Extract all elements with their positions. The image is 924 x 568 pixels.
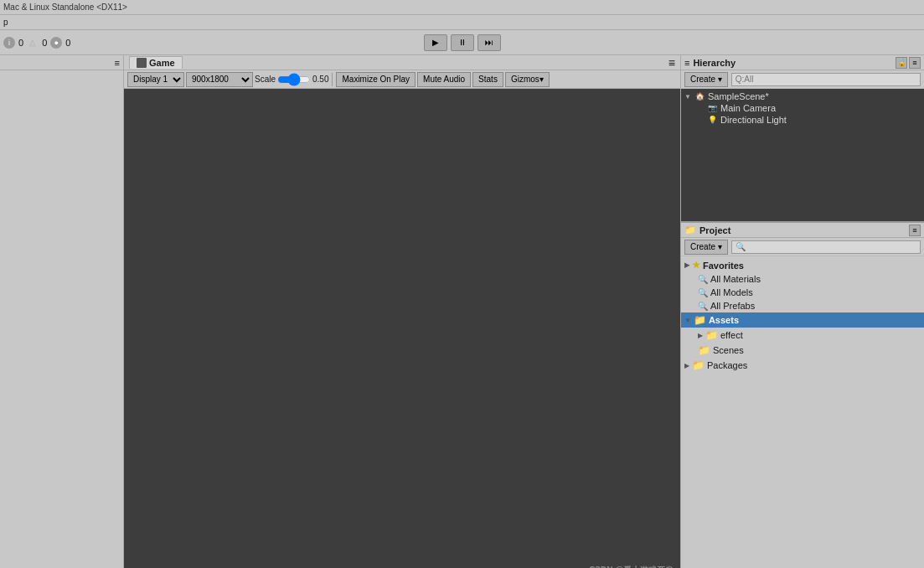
all-prefabs-icon: 🔍 [698, 302, 708, 311]
hierarchy-panel: ≡ Hierarchy 🔒 ≡ Create ▾ ▼ 🏠 [681, 55, 924, 223]
project-favorites-item[interactable]: ▶ ★ Favorites [681, 258, 924, 272]
favorites-label: Favorites [703, 261, 744, 271]
info-count: 0 [18, 38, 23, 48]
step-button[interactable]: ⏭ [477, 34, 501, 51]
hierarchy-create-button[interactable]: Create ▾ [684, 72, 728, 87]
right-panels: ≡ Hierarchy 🔒 ≡ Create ▾ ▼ 🏠 [681, 55, 924, 568]
project-all-models-item[interactable]: 🔍 All Models [681, 286, 924, 299]
pause-button[interactable]: ⏸ [451, 34, 474, 51]
scale-control: Scale 0.50 [255, 73, 328, 86]
assets-arrow-icon: ▼ [684, 317, 691, 324]
watermark: CSDN @爱上游戏开发 [589, 565, 674, 568]
resolution-dropdown[interactable]: 900x1800 [186, 72, 253, 87]
platform-text: Mac & Linux Standalone <DX11> [3, 3, 127, 12]
game-panel-header: Game ≡ [124, 55, 680, 70]
project-create-arrow: ▾ [718, 242, 722, 251]
project-menu-button[interactable]: ≡ [909, 225, 921, 236]
project-all-prefabs-item[interactable]: 🔍 All Prefabs [681, 299, 924, 312]
err-icon: ● [50, 37, 62, 49]
maximize-label: Maximize On Play [342, 75, 410, 84]
hierarchy-header: ≡ Hierarchy 🔒 ≡ [681, 55, 924, 70]
stats-button[interactable]: Stats [472, 72, 503, 87]
hierarchy-icon: ≡ [684, 58, 689, 68]
project-create-button[interactable]: Create ▾ [684, 240, 728, 255]
toolbar-separator [332, 73, 333, 86]
game-panel-menu[interactable]: ≡ [668, 57, 675, 69]
scale-label: Scale [255, 75, 276, 84]
scenes-folder-icon: 📁 [698, 344, 710, 356]
scene-icon: 🏠 [695, 92, 705, 101]
play-controls: ▶ ⏸ ⏭ [424, 34, 501, 51]
hierarchy-menu-button[interactable]: ≡ [909, 57, 921, 69]
light-label: Directional Light [720, 115, 787, 125]
project-scenes-item[interactable]: 📁 Scenes [681, 343, 924, 358]
game-tab[interactable]: Game [129, 56, 183, 69]
display-dropdown[interactable]: Display 1 [127, 72, 184, 87]
project-all-materials-item[interactable]: 🔍 All Materials [681, 272, 924, 286]
hierarchy-create-label: Create [690, 75, 715, 84]
mute-audio-button[interactable]: Mute Audio [417, 72, 471, 87]
p-label: p [3, 18, 8, 27]
stats-label: Stats [478, 75, 498, 84]
maximize-on-play-button[interactable]: Maximize On Play [336, 72, 416, 87]
project-header: 📁 Project ≡ [681, 223, 924, 238]
all-materials-label: All Materials [710, 274, 761, 284]
display-select[interactable]: Display 1 [127, 72, 184, 87]
mute-label: Mute Audio [423, 75, 465, 84]
hierarchy-content: ▼ 🏠 SampleScene* 📷 Main Camera 💡 Direct [681, 89, 924, 221]
scenes-label: Scenes [713, 345, 744, 355]
info-icon: i [3, 37, 15, 49]
hierarchy-controls: 🔒 ≡ [896, 57, 921, 69]
hierarchy-toolbar: Create ▾ [681, 70, 924, 89]
gizmos-arrow: ▾ [539, 75, 544, 84]
effect-label: effect [720, 330, 743, 340]
hierarchy-light-item[interactable]: 💡 Directional Light [681, 114, 924, 126]
packages-folder-icon: 📁 [692, 359, 705, 371]
scale-slider[interactable] [277, 73, 311, 86]
packages-label: Packages [707, 360, 747, 370]
favorites-arrow-icon: ▶ [684, 261, 689, 269]
err-count: 0 [65, 38, 70, 48]
hierarchy-scene-item[interactable]: ▼ 🏠 SampleScene* [681, 90, 924, 102]
packages-arrow-icon: ▶ [684, 362, 689, 369]
hierarchy-camera-item[interactable]: 📷 Main Camera [681, 102, 924, 114]
warn-icon: △ [27, 37, 39, 49]
left-panel-header: ≡ [0, 55, 123, 70]
effect-folder-icon: 📁 [705, 329, 718, 341]
project-toolbar: Create ▾ [681, 238, 924, 256]
main-layout: ≡ Game ≡ Display 1 900x1800 [0, 55, 924, 568]
all-materials-icon: 🔍 [698, 275, 708, 284]
project-packages-item[interactable]: ▶ 📁 Packages [681, 358, 924, 373]
left-panel-menu[interactable]: ≡ [115, 58, 120, 68]
project-search-input[interactable] [731, 240, 921, 254]
game-tab-label: Game [149, 58, 175, 68]
hierarchy-lock-button[interactable]: 🔒 [896, 57, 907, 69]
project-tree: ▶ ★ Favorites 🔍 All Materials 🔍 All Mode… [681, 256, 924, 374]
project-effect-item[interactable]: ▶ 📁 effect [681, 328, 924, 343]
hierarchy-search-input[interactable] [731, 73, 921, 86]
camera-label: Main Camera [720, 103, 776, 113]
light-icon: 💡 [708, 116, 718, 124]
project-assets-item[interactable]: ▼ 📁 Assets [681, 312, 924, 328]
assets-label: Assets [709, 315, 739, 325]
project-create-label: Create [690, 242, 715, 251]
hierarchy-create-arrow: ▾ [718, 75, 722, 84]
gizmos-button[interactable]: Gizmos ▾ [505, 72, 550, 87]
effect-arrow-icon: ▶ [698, 332, 703, 339]
game-toolbar: Display 1 900x1800 Scale 0.50 Maximize O… [124, 70, 680, 89]
hierarchy-title: Hierarchy [693, 58, 736, 68]
top-toolbar: i 0 △ 0 ● 0 ▶ ⏸ ⏭ [0, 30, 924, 55]
gizmos-label: Gizmos [511, 75, 539, 84]
favorites-star-icon: ★ [692, 260, 700, 271]
game-panel: Game ≡ Display 1 900x1800 Scale 0.50 [124, 55, 681, 568]
camera-icon: 📷 [708, 104, 718, 112]
project-controls: ≡ [909, 225, 921, 236]
all-prefabs-label: All Prefabs [710, 301, 755, 311]
left-panel: ≡ [0, 55, 124, 568]
play-button[interactable]: ▶ [424, 34, 447, 51]
all-models-label: All Models [710, 287, 753, 297]
project-panel: 📁 Project ≡ Create ▾ ▶ ★ [681, 223, 924, 568]
scene-arrow-icon: ▼ [684, 93, 693, 101]
p-bar: p [0, 15, 924, 30]
all-models-icon: 🔍 [698, 288, 708, 297]
